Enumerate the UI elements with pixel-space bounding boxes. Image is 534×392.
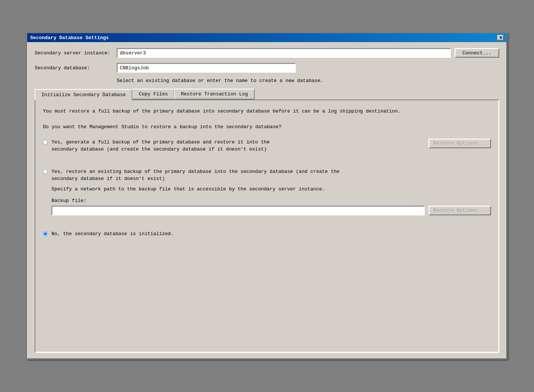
tab-restore-log[interactable]: Restore Transaction Log (174, 89, 254, 99)
option3-label: No, the secondary database is initialize… (51, 230, 491, 238)
server-instance-row: Secondary server instance: Connect... (35, 48, 499, 58)
option1-radio[interactable] (43, 140, 48, 145)
dialog-content: Secondary server instance: Connect... Se… (27, 42, 507, 359)
backup-file-input[interactable] (51, 206, 425, 215)
option2-text-block: Yes, restore an existing backup of the p… (51, 168, 491, 215)
database-label: Secondary database: (35, 65, 117, 71)
network-path-text: Specify a network path to the backup fil… (51, 186, 491, 192)
tab-bar: Initialize Secondary Database Copy Files… (35, 89, 499, 99)
database-dropdown[interactable]: CNBlogsJob (117, 63, 296, 73)
option2-line2: secondary database if it doesn't exist) (51, 175, 491, 183)
option1-content: Yes, generate a full backup of the prima… (51, 139, 491, 153)
option1-line2: secondary database (and create the secon… (51, 146, 425, 153)
close-button[interactable]: ✕ (497, 35, 504, 41)
tab-content: You must restore a full backup of the pr… (35, 99, 499, 353)
tabs-container: Initialize Secondary Database Copy Files… (35, 89, 499, 353)
tab-initialize[interactable]: Initialize Secondary Database (35, 89, 132, 100)
server-label: Secondary server instance: (35, 50, 117, 56)
secondary-database-dialog: Secondary Database Settings ✕ Secondary … (26, 32, 508, 360)
database-row: Secondary database: CNBlogsJob (35, 63, 499, 73)
tab-copy-files[interactable]: Copy Files (132, 89, 175, 99)
option2-content: Yes, restore an existing backup of the p… (51, 168, 491, 215)
option1-line1: Yes, generate a full backup of the prima… (51, 139, 425, 146)
option3-row: No, the secondary database is initialize… (43, 230, 491, 238)
backup-file-row: Restore Options... (51, 206, 491, 215)
option2-row: Yes, restore an existing backup of the p… (43, 168, 491, 215)
question-text: Do you want the Management Studio to res… (43, 124, 491, 130)
backup-file-label: Backup file: (51, 198, 491, 203)
option1-row: Yes, generate a full backup of the prima… (43, 139, 491, 153)
option1-text-block: Yes, generate a full backup of the prima… (51, 139, 425, 153)
option3-radio[interactable] (43, 231, 48, 236)
option2-restore-btn[interactable]: Restore Options... (428, 206, 491, 215)
title-bar: Secondary Database Settings ✕ (27, 33, 507, 42)
tab-description: You must restore a full backup of the pr… (43, 108, 491, 115)
database-hint: Select an existing database or enter the… (117, 78, 499, 83)
database-dropdown-wrapper: CNBlogsJob (117, 63, 296, 73)
connect-button[interactable]: Connect... (455, 48, 499, 58)
option2-radio[interactable] (43, 169, 48, 174)
dialog-title: Secondary Database Settings (30, 35, 109, 41)
option1-restore-btn[interactable]: Restore Options... (428, 139, 491, 148)
backup-section: Backup file: Restore Options... (51, 198, 491, 215)
server-input[interactable] (117, 48, 451, 58)
option2-line1: Yes, restore an existing backup of the p… (51, 168, 491, 176)
server-input-wrapper: Connect... (117, 48, 499, 58)
